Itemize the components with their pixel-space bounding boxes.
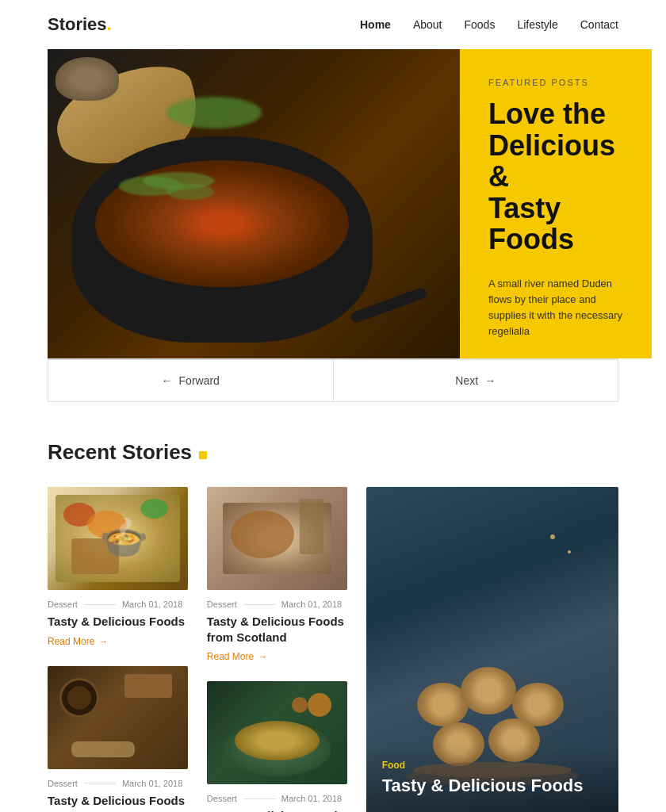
large-card-tag: Food xyxy=(382,760,603,771)
card-meta-4: Dessert March 01, 2018 xyxy=(207,794,347,803)
card-image-1 xyxy=(48,487,188,590)
card-image-3 xyxy=(48,666,188,769)
card-meta-3: Dessert March 01, 2018 xyxy=(48,779,188,788)
arrow-left-icon: ← xyxy=(162,374,173,387)
nav-contact[interactable]: Contact xyxy=(580,18,618,31)
stories-column-1: Dessert March 01, 2018 Tasty & Delicious… xyxy=(48,487,188,812)
pan xyxy=(71,136,373,343)
hero-section: FEATURED POSTS Love the Delicious & Tast… xyxy=(48,49,618,358)
next-button[interactable]: Next → xyxy=(333,359,619,402)
bowl-decoration xyxy=(56,57,119,101)
card-title-3: Tasty & Delicious Foods xyxy=(48,793,188,809)
card-read-more-2[interactable]: Read More → xyxy=(207,651,347,662)
story-large-card: Food Tasty & Delicious Foods Read More → xyxy=(366,487,618,812)
stories-column-2: Dessert March 01, 2018 Tasty & Delicious… xyxy=(207,487,347,812)
hero-description: A small river named Duden flows by their… xyxy=(488,276,623,340)
card-title-2: Tasty & Delicious Foods from Scotland xyxy=(207,614,347,645)
arrow-icon: → xyxy=(98,636,108,647)
herbs xyxy=(166,97,262,128)
arrow-icon: → xyxy=(258,651,267,662)
nav-links: Home About Foods Lifestyle Contact xyxy=(360,17,618,32)
large-card-overlay: Food Tasty & Delicious Foods xyxy=(366,744,618,812)
hero-title: Love the Delicious & Tasty Foods xyxy=(488,98,623,255)
section-title: Recent Stories xyxy=(48,440,618,465)
nav-foods[interactable]: Foods xyxy=(464,18,495,31)
nav-lifestyle[interactable]: Lifestyle xyxy=(517,18,557,31)
story-card-2: Dessert March 01, 2018 Tasty & Delicious… xyxy=(207,487,347,662)
hero-navigation: ← Home Forward Next → xyxy=(48,358,618,402)
arrow-right-icon: → xyxy=(484,374,496,387)
story-card-1: Dessert March 01, 2018 Tasty & Delicious… xyxy=(48,487,188,647)
hero-content: FEATURED POSTS Love the Delicious & Tast… xyxy=(460,49,652,358)
featured-label: FEATURED POSTS xyxy=(488,78,623,87)
story-card-4: Dessert March 01, 2018 Tasty & Delicious… xyxy=(207,681,347,812)
recent-stories-section: Recent Stories Dessert xyxy=(0,402,666,812)
card-title-1: Tasty & Delicious Foods xyxy=(48,614,188,630)
hero-image xyxy=(48,49,460,358)
nav-about[interactable]: About xyxy=(413,18,442,31)
card-title-4: Tasty & Delicious Foods xyxy=(207,808,347,812)
logo[interactable]: Stories. xyxy=(48,14,112,35)
stories-grid: Dessert March 01, 2018 Tasty & Delicious… xyxy=(48,487,618,812)
navbar: Stories. Home About Foods Lifestyle Cont… xyxy=(0,0,666,49)
large-card-title: Tasty & Delicious Foods xyxy=(382,776,603,796)
forward-button[interactable]: ← Home Forward xyxy=(48,359,333,402)
nav-home[interactable]: Home xyxy=(360,18,391,31)
card-meta-1: Dessert March 01, 2018 xyxy=(48,599,188,609)
card-read-more-1[interactable]: Read More → xyxy=(48,636,188,647)
story-card-3: Dessert March 01, 2018 Tasty & Delicious… xyxy=(48,666,188,813)
card-image-4 xyxy=(207,681,347,784)
card-meta-2: Dessert March 01, 2018 xyxy=(207,599,347,609)
card-image-2 xyxy=(207,487,347,590)
